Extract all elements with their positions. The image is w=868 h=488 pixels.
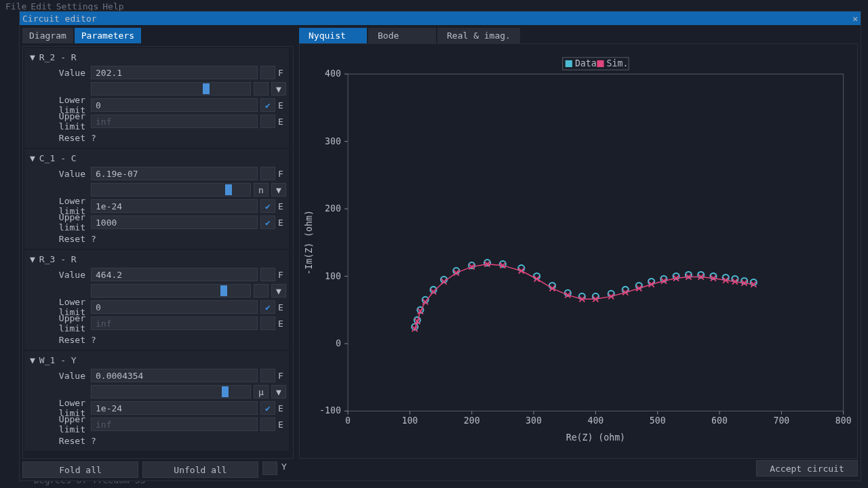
unit-button[interactable]: n: [254, 183, 269, 197]
left-tabs: Diagram Parameters: [22, 28, 294, 43]
param-name: C_1 - C: [39, 153, 77, 163]
lower-enable-checkbox[interactable]: [260, 199, 275, 213]
tab-nyquist[interactable]: Nyquist: [299, 28, 367, 43]
unit-button[interactable]: µ: [254, 385, 269, 399]
param-header[interactable]: ▼R_3 - R: [27, 253, 286, 266]
y-label: Y: [281, 462, 294, 478]
value-slider[interactable]: [91, 183, 251, 197]
upper-label: Upper limit: [27, 414, 88, 434]
caret-down-icon: ▼: [30, 355, 35, 365]
param-group: ▼R_2 - R ValueF ▼ Lower limitE Upper lim…: [24, 48, 289, 148]
upper-label: Upper limit: [27, 212, 88, 232]
e-label: E: [278, 201, 286, 211]
fixed-checkbox[interactable]: [260, 167, 275, 180]
accept-circuit-button[interactable]: Accept circuit: [756, 460, 858, 476]
svg-text:400: 400: [325, 68, 341, 79]
e-label: E: [278, 302, 286, 312]
caret-down-icon: ▼: [30, 153, 35, 163]
reset-help-button[interactable]: ?: [91, 234, 99, 244]
svg-text:300: 300: [526, 415, 542, 426]
e-label: E: [278, 218, 286, 228]
param-header[interactable]: ▼R_2 - R: [27, 51, 286, 64]
upper-enable-checkbox[interactable]: [260, 418, 275, 431]
value-slider[interactable]: [91, 284, 251, 298]
f-label: F: [278, 371, 286, 381]
window-title: Circuit editor: [22, 14, 97, 24]
svg-text:-Im(Z) (ohm): -Im(Z) (ohm): [304, 210, 314, 274]
value-input[interactable]: [91, 369, 258, 382]
titlebar[interactable]: Circuit editor ✕: [20, 12, 861, 25]
dropdown-button[interactable]: ▼: [271, 82, 286, 96]
upper-label: Upper limit: [27, 313, 88, 333]
svg-text:100: 100: [401, 415, 418, 426]
svg-text:700: 700: [773, 415, 789, 426]
tab-parameters[interactable]: Parameters: [75, 28, 141, 43]
value-label: Value: [27, 270, 88, 280]
lower-input[interactable]: [91, 300, 258, 314]
param-header[interactable]: ▼W_1 - Y: [27, 354, 286, 367]
tab-diagram[interactable]: Diagram: [22, 28, 73, 43]
svg-text:-100: -100: [319, 406, 341, 416]
unfold-all-button[interactable]: Unfold all: [142, 462, 258, 478]
upper-input[interactable]: [91, 418, 258, 431]
svg-text:Sim.: Sim.: [607, 58, 629, 68]
svg-text:500: 500: [650, 415, 666, 426]
fixed-checkbox[interactable]: [260, 66, 275, 79]
f-label: F: [278, 68, 286, 78]
unit-button[interactable]: [254, 284, 269, 298]
svg-text:0: 0: [345, 415, 351, 426]
svg-text:300: 300: [325, 136, 341, 146]
lower-enable-checkbox[interactable]: [260, 401, 275, 415]
dropdown-button[interactable]: ▼: [271, 284, 286, 298]
lower-enable-checkbox[interactable]: [260, 98, 275, 112]
reset-help-button[interactable]: ?: [91, 335, 99, 345]
upper-enable-checkbox[interactable]: [260, 317, 275, 330]
svg-text:600: 600: [711, 415, 728, 426]
svg-rect-34: [566, 60, 572, 67]
svg-text:Data: Data: [575, 58, 597, 68]
value-input[interactable]: [91, 268, 258, 281]
svg-text:200: 200: [325, 203, 341, 214]
f-label: F: [278, 270, 286, 280]
upper-enable-checkbox[interactable]: [260, 216, 275, 229]
value-slider[interactable]: [91, 82, 251, 96]
reset-help-button[interactable]: ?: [91, 436, 99, 446]
value-slider[interactable]: [91, 385, 251, 399]
e-label: E: [278, 403, 286, 413]
f-label: F: [278, 169, 286, 179]
fixed-checkbox[interactable]: [260, 369, 275, 382]
tab-realimag[interactable]: Real & imag.: [437, 28, 520, 43]
lower-input[interactable]: [91, 401, 258, 415]
lower-enable-checkbox[interactable]: [260, 300, 275, 314]
lower-input[interactable]: [91, 199, 258, 213]
param-name: R_2 - R: [39, 52, 77, 62]
svg-text:0: 0: [336, 338, 341, 348]
value-input[interactable]: [91, 167, 258, 180]
upper-input[interactable]: [91, 115, 258, 128]
tab-bode[interactable]: Bode: [368, 28, 436, 43]
y-checkbox[interactable]: [262, 462, 277, 475]
reset-label: Reset: [27, 436, 88, 446]
fixed-checkbox[interactable]: [260, 268, 275, 281]
upper-enable-checkbox[interactable]: [260, 115, 275, 128]
value-input[interactable]: [91, 66, 258, 79]
svg-rect-36: [597, 60, 604, 67]
caret-down-icon: ▼: [30, 254, 35, 264]
upper-input[interactable]: [91, 216, 258, 229]
param-header[interactable]: ▼C_1 - C: [27, 152, 286, 165]
close-icon[interactable]: ✕: [852, 14, 858, 24]
fold-all-button[interactable]: Fold all: [22, 462, 138, 478]
param-group: ▼W_1 - Y ValueF µ▼ Lower limitE Upper li…: [24, 351, 289, 451]
unit-button[interactable]: [254, 82, 269, 96]
chart-tabs: Nyquist Bode Real & imag.: [299, 28, 858, 43]
right-panel: Nyquist Bode Real & imag. 01002003004005…: [299, 28, 858, 478]
parameter-list[interactable]: ▼R_2 - R ValueF ▼ Lower limitE Upper lim…: [22, 46, 294, 459]
lower-input[interactable]: [91, 98, 258, 112]
dropdown-button[interactable]: ▼: [271, 385, 286, 399]
upper-input[interactable]: [91, 317, 258, 330]
reset-label: Reset: [27, 335, 88, 345]
upper-label: Upper limit: [27, 111, 88, 131]
caret-down-icon: ▼: [30, 52, 35, 62]
reset-help-button[interactable]: ?: [91, 133, 99, 143]
dropdown-button[interactable]: ▼: [271, 183, 286, 197]
